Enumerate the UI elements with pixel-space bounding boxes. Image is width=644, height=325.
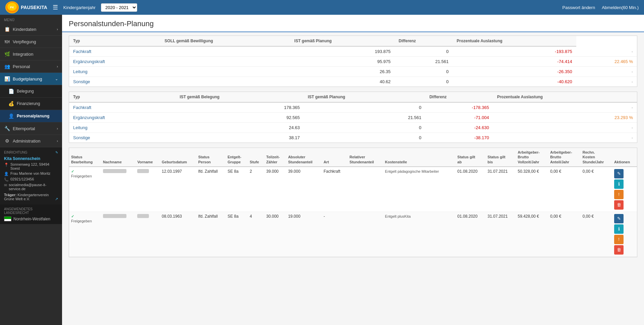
typ-cell: Fachkraft (69, 46, 161, 57)
percent-cell: - (576, 46, 637, 57)
diff-cell: -38.170 (425, 133, 493, 143)
col-diff: Differenz (425, 92, 493, 102)
delete-button[interactable]: 🗑 (614, 245, 624, 255)
col-brutto-ant: Arbeitgeber-BruttoAnteil/Jahr (548, 148, 581, 167)
warning-button[interactable]: ! (614, 190, 624, 199)
col-planung: IST gemäß Planung (304, 92, 425, 102)
gilt-ab-cell: 01.08.2020 (455, 167, 486, 212)
diff-cell: 21.561 (394, 57, 452, 67)
diff-cell: -71.004 (425, 113, 493, 123)
col-absolut: AbsoluterStundenanteil (286, 148, 322, 167)
col-soll: SOLL gemäß Bewilligung (161, 36, 290, 46)
kita-phone: 02921/123456 (10, 177, 34, 181)
soll-cell (161, 67, 290, 77)
col-geburtsdatum: Geburtsdatum (160, 148, 196, 167)
belegung-cell: 178.365 (176, 102, 304, 113)
kinderdaten-icon: 📋 (4, 26, 10, 32)
warning-button[interactable]: ! (614, 235, 624, 244)
typ-cell: Sonstige (69, 77, 161, 87)
percent-cell: - (576, 67, 637, 77)
status-person-cell: lfd. Zahlfall (196, 167, 225, 212)
stufe-cell: 4 (248, 212, 264, 257)
personnel-table-container: StatusBearbeitung Nachname Vorname Gebur… (69, 148, 637, 257)
kg-year-select[interactable]: 2020 - 2021 2019 - 2020 2021 - 2022 (101, 3, 137, 12)
sidebar-item-label: Personal (13, 64, 30, 69)
administration-icon: ⚙ (4, 138, 10, 144)
percent-cell: 23.293 % (493, 113, 637, 123)
landesrecht-label: ANGEWENDETES LANDESRECHT (4, 207, 58, 215)
sidebar-item-label: Administration (13, 139, 40, 144)
ist-cell: 193.875 (290, 46, 395, 57)
sidebar-item-budgetplanung[interactable]: 📊 Budgetplanung ⌄ (0, 73, 62, 85)
table-row: Leitung 26.35 0 -26.350 - (69, 67, 637, 77)
sidebar-item-kinderdaten[interactable]: 📋 Kinderdaten › (0, 23, 62, 36)
table-row: Sonstige 40.62 0 -40.620 - (69, 77, 637, 87)
diff-val-cell: -40.620 (453, 77, 576, 87)
sidebar-item-personalplanung[interactable]: 👤 Personalplanung (0, 110, 62, 122)
sidebar-item-administration[interactable]: ⚙ Administration › (0, 135, 62, 147)
traeger-link-icon[interactable]: ↗ (55, 197, 58, 201)
kita-name[interactable]: Kita Sonnenschein (4, 156, 58, 161)
status-label: Freigegeben (71, 219, 92, 223)
page-header: Personalstunden-Planung (62, 15, 644, 32)
app-header: PK PAUSEKITA ☰ Kindergartenjahr 2020 - 2… (0, 0, 644, 15)
nrw-flag-icon (4, 216, 11, 221)
delete-button[interactable]: 🗑 (614, 200, 624, 210)
table-row: ✓ Freigegeben 12.03.1997 lfd. Zahlfall S… (69, 167, 637, 212)
planung-cell: 0 (304, 102, 425, 113)
col-percent: Prozentuale Auslastung (453, 36, 576, 46)
table2-container: Typ IST gemäß Belegung IST gemäß Planung… (69, 92, 637, 143)
percent-cell: - (493, 133, 637, 143)
header-right: Passwort ändern Abmelden(60 Min.) (562, 5, 639, 10)
menu-label: MENÜ (0, 15, 62, 23)
absolut-cell: 19.000 (286, 212, 322, 257)
abmelden-button[interactable]: Abmelden(60 Min.) (602, 5, 639, 10)
entgelt-cell: SE 8a (225, 167, 248, 212)
info-button[interactable]: ℹ (614, 224, 624, 234)
belegung-cell: 24.63 (176, 123, 304, 133)
brutto-voll-cell: 50.328,00 € (516, 167, 548, 212)
sidebar-item-personal[interactable]: 👥 Personal › (0, 60, 62, 73)
einrichtung-edit-icon[interactable]: ✎ (55, 151, 58, 154)
table-row: Fachkraft 178.365 0 -178.365 - (69, 102, 637, 113)
sidebar-item-verpflegung[interactable]: 🍽 Verpflegung (0, 36, 62, 48)
action-buttons: ✎ ℹ ! 🗑 (614, 169, 635, 210)
nachname-cell (101, 212, 135, 257)
col-gilt-bis: Status giltbis (486, 148, 516, 167)
soll-ist-table: Typ SOLL gemäß Bewilligung IST gemäß Pla… (69, 36, 637, 87)
kita-person: Frau Marlene von Moritz (10, 171, 50, 175)
sidebar-item-elternportal[interactable]: 🔧 Elternportal › (0, 122, 62, 135)
edit-button[interactable]: ✎ (614, 214, 624, 223)
passwort-button[interactable]: Passwort ändern (562, 5, 595, 10)
percent-cell: 22.465 % (576, 57, 637, 67)
planung-cell: 0 (304, 123, 425, 133)
kita-email: socialmedia@pause-it-service.de (9, 183, 58, 191)
sidebar-item-integration[interactable]: 🌿 Integration (0, 48, 62, 60)
traeger-row: Träger: Kindergartenverein Grüne Welt e.… (4, 193, 58, 201)
hamburger-icon[interactable]: ☰ (53, 4, 58, 11)
info-button[interactable]: ℹ (614, 179, 624, 189)
edit-button[interactable]: ✎ (614, 169, 624, 178)
brutto-ant-cell: 0,00 € (548, 212, 581, 257)
nachname-blurred (103, 214, 126, 218)
kita-email-row: ✉ socialmedia@pause-it-service.de (4, 183, 58, 191)
email-icon: ✉ (4, 183, 7, 187)
address-icon: 📍 (4, 163, 9, 167)
geburtsdatum-cell: 12.03.1997 (160, 167, 196, 212)
sidebar-item-finanzierung[interactable]: 💰 Finanzierung (0, 98, 62, 110)
percent-cell: - (576, 77, 637, 87)
nachname-blurred (103, 169, 126, 173)
col-diff: Differenz (394, 36, 452, 46)
col-gilt-ab: Status giltab (455, 148, 486, 167)
diff-cell: 0 (394, 77, 452, 87)
finanzierung-icon: 💰 (8, 101, 14, 107)
vorname-blurred (137, 214, 149, 218)
brutto-ant-cell: 0,00 € (548, 167, 581, 212)
sidebar-item-label: Belegung (17, 89, 34, 94)
status-bearbeitung-cell: ✓ Freigegeben (69, 212, 101, 257)
personnel-table: StatusBearbeitung Nachname Vorname Gebur… (69, 148, 637, 257)
sidebar-item-belegung[interactable]: 📄 Belegung (0, 85, 62, 98)
typ-cell: Sonstige (69, 133, 176, 143)
col-art: Art (322, 148, 347, 167)
einrichtung-label: EINRICHTUNG (4, 151, 27, 154)
